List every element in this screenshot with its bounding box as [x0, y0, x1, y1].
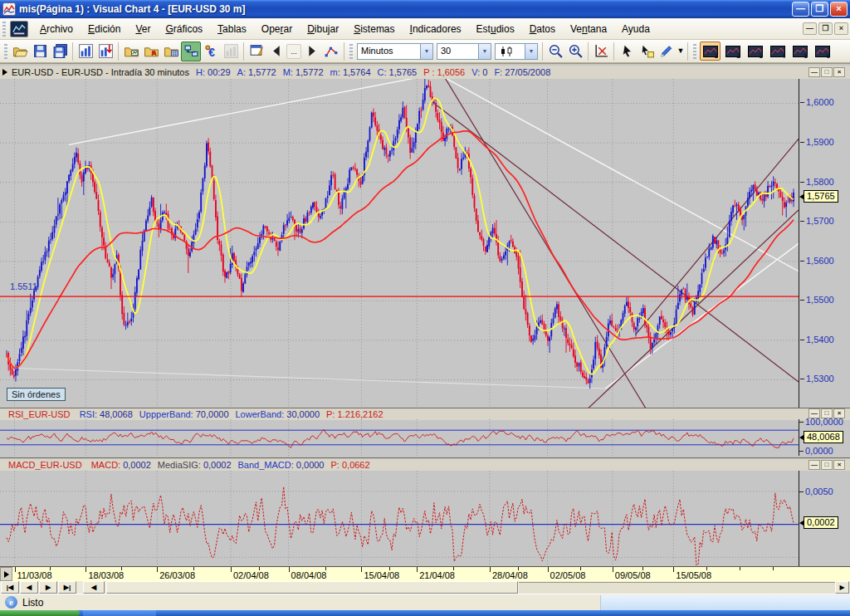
- chart-template-2-button[interactable]: 2: [722, 42, 743, 61]
- save-all-button[interactable]: [50, 42, 70, 61]
- menu-item-ayuda[interactable]: Ayuda: [614, 21, 657, 37]
- price-axis-label: 1,6000: [806, 97, 834, 107]
- minimize-button[interactable]: —: [792, 2, 809, 17]
- toolbar-grip[interactable]: [4, 44, 7, 59]
- chevron-down-icon[interactable]: ▼: [420, 44, 432, 59]
- toolbar-separator: [72, 42, 73, 61]
- toolbar-grip[interactable]: [693, 44, 696, 59]
- chart-template-5-button[interactable]: 5: [789, 42, 810, 61]
- nav-left-button[interactable]: [266, 42, 286, 61]
- pane-divider[interactable]: [0, 457, 850, 458]
- pane-collapse-arrow-icon[interactable]: [2, 69, 7, 76]
- date-minor-tick: [706, 567, 707, 570]
- save-button[interactable]: [30, 42, 50, 61]
- chart-template-1-button[interactable]: 1: [700, 42, 721, 61]
- h-scrollbar-groove[interactable]: [519, 582, 835, 594]
- macd-maximize-icon[interactable]: □: [821, 460, 833, 470]
- macd-minimize-icon[interactable]: —: [808, 460, 820, 470]
- folder-chart-button[interactable]: [121, 42, 141, 61]
- euro-orders-button[interactable]: €: [201, 42, 221, 61]
- pointer-info-icon: [639, 43, 655, 59]
- zoom-out-button[interactable]: [545, 42, 565, 61]
- maximize-button[interactable]: ❐: [811, 2, 828, 17]
- chart-disabled-button[interactable]: [221, 42, 241, 61]
- chevron-down-icon[interactable]: ▼: [525, 44, 537, 59]
- menu-item-archivo[interactable]: Archivo: [32, 21, 81, 37]
- highlighter-button[interactable]: [657, 42, 677, 61]
- visual-chart-icon: [10, 21, 28, 37]
- status-text: Listo: [22, 597, 43, 609]
- menu-item-ventana[interactable]: Ventana: [563, 21, 614, 37]
- highlighter-dropdown-icon[interactable]: ▼: [677, 44, 685, 59]
- nav-right-button[interactable]: [301, 42, 321, 61]
- bar-style-combo[interactable]: ▼: [495, 43, 538, 60]
- menu-item-dibujar[interactable]: Dibujar: [300, 21, 346, 37]
- chart-template-3-button[interactable]: 3: [745, 42, 765, 61]
- folder-favorites-button[interactable]: [141, 42, 161, 61]
- menu-item-edicion[interactable]: Edición: [81, 21, 128, 37]
- quicklaunch-fragment[interactable]: [83, 610, 156, 616]
- last-tab-button[interactable]: ▶|: [58, 581, 76, 594]
- pointer-info-button[interactable]: [637, 42, 657, 61]
- price-axis[interactable]: 1,60001,59001,58001,57001,56001,55001,54…: [799, 79, 850, 408]
- menubar-grip[interactable]: [2, 22, 6, 37]
- folder-chart-icon: [124, 43, 139, 59]
- menu-item-graficos[interactable]: Gráficos: [158, 21, 210, 37]
- toolbar-grip[interactable]: [349, 44, 353, 59]
- macd-chart[interactable]: [0, 471, 799, 566]
- linked-objects-icon: [324, 43, 340, 59]
- linked-objects-button[interactable]: [321, 42, 341, 61]
- zoom-in-icon: [568, 43, 584, 59]
- mdi-restore-button[interactable]: ❐: [818, 22, 833, 35]
- pane-minimize-icon[interactable]: —: [808, 67, 820, 77]
- chart-insert-button[interactable]: [95, 42, 115, 61]
- menu-item-operar[interactable]: Operar: [254, 21, 300, 37]
- menu-item-tablas[interactable]: Tablas: [210, 21, 254, 37]
- taskbar[interactable]: [0, 610, 850, 616]
- main-price-chart[interactable]: [0, 79, 799, 408]
- open-chart-icon: [12, 43, 28, 59]
- scroll-right-button[interactable]: ▶: [835, 581, 849, 594]
- date-tick: [548, 567, 549, 572]
- menu-item-ver[interactable]: Ver: [128, 21, 158, 37]
- connections-button[interactable]: [181, 42, 201, 61]
- chart-bars-button[interactable]: [76, 42, 95, 61]
- date-label: 08/04/08: [291, 570, 327, 580]
- chevron-down-icon[interactable]: ▼: [478, 44, 491, 59]
- menu-item-estudios[interactable]: Estudios: [469, 21, 522, 37]
- pane-maximize-icon[interactable]: □: [821, 67, 833, 77]
- period-type-combo[interactable]: Minutos▼: [357, 43, 433, 60]
- menu-item-indicadores[interactable]: Indicadores: [403, 21, 469, 37]
- open-chart-button[interactable]: [10, 42, 30, 61]
- date-minor-tick: [642, 567, 643, 570]
- menu-item-sistemas[interactable]: Sistemas: [346, 21, 402, 37]
- chart-scale-button[interactable]: [591, 42, 611, 61]
- interval-value: 30: [437, 44, 478, 59]
- folder-table-button[interactable]: [161, 42, 181, 61]
- start-button-fragment[interactable]: [0, 610, 80, 616]
- first-tab-button[interactable]: |◀: [1, 581, 19, 594]
- rsi-chart[interactable]: [0, 419, 799, 456]
- close-button[interactable]: ×: [830, 2, 848, 17]
- menu-item-datos[interactable]: Datos: [522, 21, 563, 37]
- macd-close-icon[interactable]: ×: [833, 460, 845, 470]
- nav-more-button[interactable]: ...: [286, 44, 301, 59]
- next-tab-button[interactable]: ▶: [39, 581, 57, 594]
- date-axis-left-button[interactable]: [0, 567, 12, 581]
- mdi-close-button[interactable]: ×: [834, 22, 848, 35]
- interval-combo[interactable]: 30▼: [437, 43, 491, 60]
- h-scrollbar-thumb[interactable]: [106, 581, 518, 594]
- mdi-minimize-button[interactable]: —: [803, 22, 817, 35]
- properties-button[interactable]: [247, 42, 266, 61]
- rsi-current-box: 48,0068: [804, 431, 843, 443]
- zoom-in-button[interactable]: [565, 42, 585, 61]
- date-axis[interactable]: 11/03/0818/03/0826/03/0802/04/0808/04/08…: [0, 566, 850, 581]
- pane-close-icon[interactable]: ×: [833, 67, 845, 77]
- field-p: P: 0,0662: [331, 460, 370, 470]
- pointer-button[interactable]: [617, 42, 637, 61]
- scroll-left-button[interactable]: ◀: [83, 581, 105, 594]
- chart-template-6-button[interactable]: 6: [812, 42, 833, 61]
- field-macd: MACD: 0,0002: [91, 460, 151, 470]
- prev-tab-button[interactable]: ◀: [20, 581, 38, 594]
- chart-template-4-button[interactable]: 4: [767, 42, 788, 61]
